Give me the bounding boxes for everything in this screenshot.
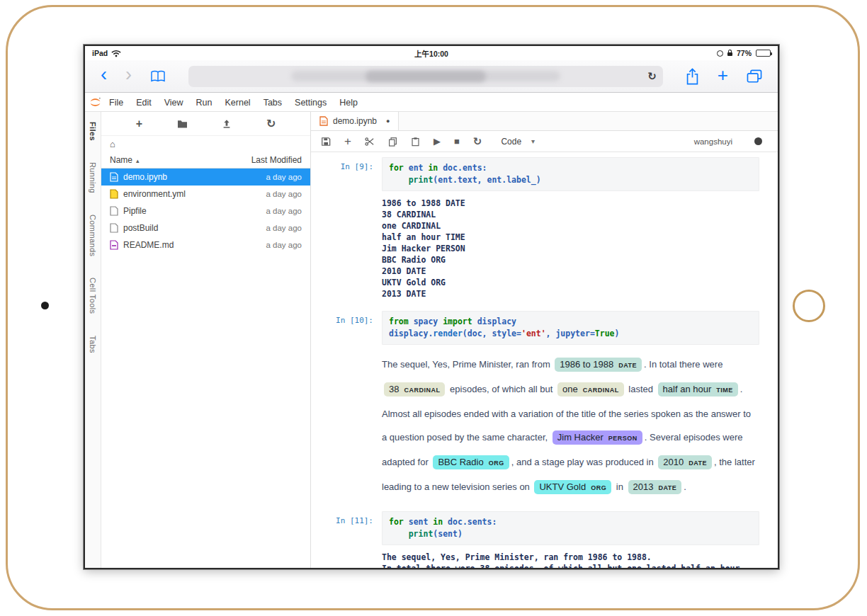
file-row-pipfile[interactable]: Pipfilea day ago (101, 203, 310, 219)
restart-icon[interactable]: ↻ (473, 135, 482, 148)
sidebar-tabs: FilesRunningCommandsCell ToolsTabs (85, 112, 101, 568)
share-icon[interactable] (686, 68, 699, 85)
code-token: print (389, 529, 433, 539)
copy-icon[interactable] (388, 137, 397, 147)
file-name: environment.yml (123, 189, 261, 199)
add-icon[interactable]: + (344, 135, 351, 149)
column-name-label: Name (110, 155, 132, 165)
battery-icon (756, 50, 771, 57)
cell-type-select[interactable]: Code ▾ (501, 137, 535, 147)
run-icon[interactable]: ▶ (434, 136, 441, 147)
menu-settings[interactable]: Settings (288, 98, 333, 108)
code-token: from (389, 316, 409, 326)
code-token: (doc, style= (463, 329, 521, 338)
file-name: postBuild (123, 223, 261, 233)
home-button[interactable] (793, 290, 825, 322)
refresh-icon[interactable]: ↻ (266, 117, 276, 130)
address-bar[interactable]: ↻ (188, 66, 663, 87)
code-token: import (443, 316, 472, 326)
menu-edit[interactable]: Edit (130, 98, 158, 108)
new-tab-button[interactable]: + (718, 66, 728, 84)
notebook-toolbar: +▶■↻ Code ▾ wangshuyi (311, 131, 778, 152)
nb-toolbar-icons: +▶■↻ (321, 135, 482, 149)
code-editor[interactable]: for sent in doc.sents: print(sent) (382, 511, 759, 545)
code-line: for ent in doc.ents: (389, 162, 752, 174)
forward-button[interactable]: › (125, 65, 132, 84)
sidebar-tab-files[interactable]: Files (89, 122, 97, 141)
cut-icon[interactable] (365, 137, 375, 146)
save-icon[interactable] (321, 137, 331, 147)
cell-input: In [11]:for sent in doc.sents: print(sen… (311, 511, 778, 545)
output-line: 1986 to 1988 DATE (382, 198, 759, 209)
orientation-lock-icon (727, 52, 732, 56)
output-line: half an hour TIME (382, 232, 759, 243)
upload-icon[interactable] (222, 119, 232, 129)
code-token: ) (615, 329, 620, 338)
jlab-body: FilesRunningCommandsCell ToolsTabs +↻ ⌂ … (85, 112, 778, 568)
home-folder-icon[interactable]: ⌂ (110, 139, 115, 149)
file-browser: +↻ ⌂ Name▴ Last Modified demo.ipynba day… (101, 112, 311, 568)
menu-kernel[interactable]: Kernel (219, 98, 257, 108)
status-clock: 上午10:00 (85, 48, 778, 59)
new-launcher-icon[interactable]: + (136, 118, 142, 130)
entity-date: 2013DATE (628, 480, 682, 494)
file-row-postbuild[interactable]: postBuilda day ago (101, 219, 310, 236)
output-line: In total there were 38 episodes, of whic… (382, 563, 759, 568)
file-name: demo.ipynb (123, 172, 261, 182)
jupyter-logo-icon (89, 97, 101, 108)
code-token: for (389, 517, 404, 527)
file-icon (110, 206, 118, 216)
file-row-readme-md[interactable]: README.mda day ago (101, 236, 310, 253)
code-line: print(sent) (389, 528, 752, 540)
sidebar-tab-running[interactable]: Running (89, 162, 97, 193)
new-folder-icon[interactable] (177, 119, 188, 128)
menu-items: FileEditViewRunKernelTabsSettingsHelp (103, 96, 364, 108)
menu-tabs[interactable]: Tabs (257, 98, 288, 108)
stop-icon[interactable]: ■ (454, 136, 460, 147)
menu-view[interactable]: View (158, 98, 190, 108)
code-editor[interactable]: from spacy import displacydisplacy.rende… (382, 311, 759, 345)
code-token: render (433, 329, 463, 338)
reading-list-icon[interactable] (150, 70, 166, 83)
file-row-demo-ipynb[interactable]: demo.ipynba day ago (101, 169, 310, 186)
code-token: 'ent' (521, 329, 546, 338)
displacy-output: The sequel, Yes, Prime Minister, ran fro… (382, 353, 757, 500)
code-editor[interactable]: for ent in doc.ents: print(ent.text, ent… (382, 157, 759, 191)
reload-icon[interactable]: ↻ (647, 70, 657, 83)
cell-prompt: In [9]: (311, 157, 382, 191)
notebook-content: In [9]:for ent in doc.ents: print(ent.te… (311, 152, 778, 568)
jupyterlab-app: FileEditViewRunKernelTabsSettingsHelp Fi… (85, 93, 778, 568)
entity-cardinal: oneCARDINAL (557, 382, 624, 397)
tab-bar: demo.ipynb ● (311, 112, 778, 131)
sidebar-tab-commands[interactable]: Commands (89, 215, 97, 256)
tabs-overview-icon[interactable] (747, 69, 762, 84)
code-line: from spacy import displacy (389, 316, 752, 328)
kernel-name: wangshuyi (694, 137, 732, 146)
output-line: UKTV Gold ORG (382, 277, 759, 288)
output-line: The sequel, Yes, Prime Minister, ran fro… (382, 552, 759, 563)
code-line: for sent in doc.sents: (389, 516, 752, 528)
tab-demo-ipynb[interactable]: demo.ipynb ● (311, 112, 399, 130)
paste-icon[interactable] (411, 137, 420, 147)
menu-run[interactable]: Run (190, 98, 219, 108)
file-modified: a day ago (266, 241, 302, 249)
back-button[interactable]: ‹ (101, 65, 107, 84)
file-row-environment-yml[interactable]: environment.ymla day ago (101, 186, 310, 203)
yaml-icon (110, 189, 118, 199)
sidebar-tab-tabs[interactable]: Tabs (89, 336, 97, 353)
breadcrumb: ⌂ (101, 136, 310, 152)
notebook-cell-1: In [10]:from spacy import displacydispla… (311, 311, 778, 500)
tab-close-icon[interactable]: ● (386, 118, 390, 125)
menu-help[interactable]: Help (333, 98, 364, 108)
code-line: print(ent.text, ent.label_) (389, 174, 752, 186)
entity-label: CARDINAL (583, 387, 619, 394)
entity-org: BBC RadioORG (433, 455, 509, 469)
sidebar-tab-cell-tools[interactable]: Cell Tools (89, 278, 97, 314)
menu-file[interactable]: File (103, 98, 130, 108)
column-name[interactable]: Name▴ (110, 155, 140, 165)
cell-prompt: In [11]: (311, 511, 382, 545)
column-modified[interactable]: Last Modified (251, 155, 302, 165)
ios-status-bar: iPad 上午10:00 77% (85, 46, 778, 60)
entity-org: UKTV GoldORG (534, 480, 611, 494)
entity-label: TIME (716, 387, 733, 394)
